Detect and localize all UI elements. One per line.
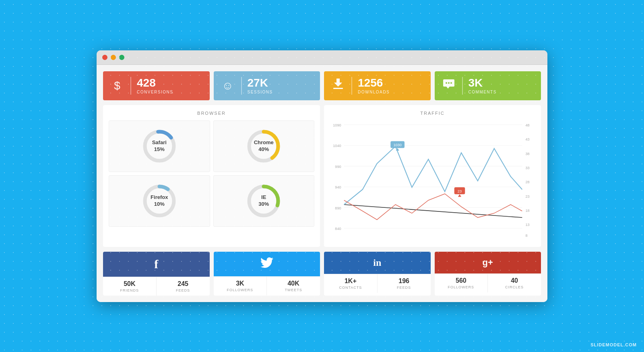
svg-text:48: 48 bbox=[525, 122, 529, 127]
googleplus-icon: g+ bbox=[483, 257, 493, 268]
sessions-number: 27K bbox=[248, 77, 273, 89]
safari-name: Safari bbox=[152, 139, 167, 146]
firefox-name: Firefox bbox=[151, 194, 168, 201]
safari-percent: 15% bbox=[154, 146, 165, 153]
ie-name: IE bbox=[261, 194, 266, 201]
donut-firefox-wrap: Firefox 10% bbox=[141, 183, 178, 219]
stat-card-conversions: $ 428 CONVERSIONS bbox=[103, 71, 210, 100]
twitter-stats: 3K FOLLOWERS 40K TWEETS bbox=[214, 276, 320, 295]
svg-rect-0 bbox=[333, 88, 343, 89]
card-divider bbox=[241, 77, 242, 95]
googleplus-stats: 560 FOLLOWERS 40 CIRCLES bbox=[435, 273, 541, 292]
stat-cards-row: $ 428 CONVERSIONS ☺ 27K SESSIONS bbox=[103, 71, 541, 100]
stat-card-downloads: 1256 DOWNLOADS bbox=[324, 71, 431, 100]
twitter-tweets-num: 40K bbox=[268, 280, 318, 287]
stat-text-downloads: 1256 DOWNLOADS bbox=[358, 77, 390, 95]
facebook-feeds-label: FEEDS bbox=[158, 288, 208, 292]
dashboard-content: $ 428 CONVERSIONS ☺ 27K SESSIONS bbox=[97, 65, 547, 302]
svg-text:28: 28 bbox=[525, 180, 529, 184]
svg-text:18: 18 bbox=[525, 208, 529, 212]
twitter-followers-label: FOLLOWERS bbox=[215, 288, 265, 292]
twitter-followers: 3K FOLLOWERS bbox=[214, 277, 267, 295]
social-cards-row: f 50K FRIENDS 245 FEEDS bbox=[103, 252, 541, 296]
close-button[interactable] bbox=[102, 55, 107, 60]
linkedin-feeds-label: FEEDS bbox=[379, 286, 429, 290]
main-section: BROWSER Safari 15% bbox=[103, 105, 541, 247]
social-card-linkedin: in 1K+ CONTACTS 196 FEEDS bbox=[324, 252, 431, 296]
svg-text:940: 940 bbox=[335, 185, 341, 189]
linkedin-stats: 1K+ CONTACTS 196 FEEDS bbox=[324, 274, 431, 293]
safari-label: Safari 15% bbox=[141, 128, 178, 164]
svg-text:8: 8 bbox=[525, 233, 527, 238]
download-icon bbox=[330, 78, 346, 93]
card-divider bbox=[351, 77, 352, 95]
svg-text:1090: 1090 bbox=[333, 122, 341, 127]
stat-text-conversions: 428 CONVERSIONS bbox=[137, 77, 173, 95]
svg-point-2 bbox=[448, 82, 450, 84]
svg-text:38: 38 bbox=[525, 151, 529, 155]
svg-text:13: 13 bbox=[525, 222, 529, 227]
linkedin-contacts-label: CONTACTS bbox=[326, 286, 376, 290]
svg-marker-39 bbox=[458, 194, 461, 197]
facebook-feeds-num: 245 bbox=[158, 280, 208, 288]
stat-card-comments: 3K COMMENTS bbox=[435, 71, 541, 100]
chrome-percent: 40% bbox=[258, 146, 269, 153]
stat-text-comments: 3K COMMENTS bbox=[469, 77, 497, 95]
donut-chrome: Chrome 40% bbox=[213, 120, 315, 172]
svg-text:990: 990 bbox=[335, 164, 341, 168]
linkedin-contacts: 1K+ CONTACTS bbox=[324, 274, 378, 293]
firefox-percent: 10% bbox=[154, 201, 165, 208]
linkedin-icon: in bbox=[373, 257, 381, 268]
donut-ie-wrap: IE 30% bbox=[246, 183, 282, 219]
chrome-name: Chrome bbox=[254, 139, 274, 146]
social-card-twitter: 3K FOLLOWERS 40K TWEETS bbox=[214, 252, 320, 296]
facebook-icon: f bbox=[154, 257, 158, 271]
linkedin-feeds-num: 196 bbox=[379, 277, 429, 285]
facebook-friends-num: 50K bbox=[105, 280, 155, 288]
twitter-header bbox=[214, 252, 320, 276]
svg-text:840: 840 bbox=[335, 226, 341, 230]
card-divider bbox=[462, 77, 463, 95]
minimize-button[interactable] bbox=[111, 55, 116, 60]
stat-text-sessions: 27K SESSIONS bbox=[248, 77, 273, 95]
svg-text:890: 890 bbox=[335, 205, 341, 210]
donut-safari-wrap: Safari 15% bbox=[141, 128, 178, 164]
chrome-label: Chrome 40% bbox=[246, 128, 282, 164]
comments-number: 3K bbox=[469, 77, 497, 89]
donut-firefox: Firefox 10% bbox=[109, 175, 210, 227]
svg-text:23: 23 bbox=[525, 194, 529, 198]
stat-card-sessions: ☺ 27K SESSIONS bbox=[214, 71, 320, 100]
app-window: $ 428 CONVERSIONS ☺ 27K SESSIONS bbox=[97, 50, 547, 302]
dollar-icon: $ bbox=[109, 79, 125, 92]
googleplus-circles: 40 CIRCLES bbox=[488, 274, 541, 292]
twitter-tweets: 40K TWEETS bbox=[267, 277, 320, 295]
googleplus-header: g+ bbox=[435, 252, 541, 273]
googleplus-followers: 560 FOLLOWERS bbox=[435, 274, 488, 292]
twitter-icon bbox=[260, 257, 273, 271]
traffic-title: TRAFFIC bbox=[330, 111, 535, 116]
linkedin-contacts-num: 1K+ bbox=[326, 277, 376, 285]
donut-grid: Safari 15% Chr bbox=[109, 120, 314, 227]
maximize-button[interactable] bbox=[119, 55, 124, 60]
facebook-header: f bbox=[103, 252, 210, 277]
svg-text:1040: 1040 bbox=[333, 143, 341, 148]
svg-text:43: 43 bbox=[525, 137, 529, 141]
linkedin-feeds: 196 FEEDS bbox=[378, 274, 431, 293]
sessions-label: SESSIONS bbox=[248, 90, 273, 94]
svg-line-33 bbox=[344, 204, 522, 217]
googleplus-followers-label: FOLLOWERS bbox=[436, 285, 486, 289]
donut-chrome-wrap: Chrome 40% bbox=[246, 128, 282, 164]
smiley-icon: ☺ bbox=[220, 79, 235, 92]
googleplus-circles-num: 40 bbox=[489, 277, 539, 284]
svg-text:23: 23 bbox=[458, 188, 462, 193]
svg-text:33: 33 bbox=[525, 165, 529, 170]
twitter-followers-num: 3K bbox=[215, 280, 265, 287]
traffic-panel: TRAFFIC 1090 1040 990 940 890 840 48 43 … bbox=[324, 105, 541, 247]
firefox-label: Firefox 10% bbox=[141, 183, 178, 219]
facebook-stats: 50K FRIENDS 245 FEEDS bbox=[103, 277, 210, 296]
svg-point-3 bbox=[450, 82, 452, 84]
conversions-label: CONVERSIONS bbox=[137, 90, 173, 94]
ie-label: IE 30% bbox=[246, 183, 282, 219]
svg-point-1 bbox=[446, 82, 447, 84]
facebook-friends-label: FRIENDS bbox=[105, 288, 155, 292]
